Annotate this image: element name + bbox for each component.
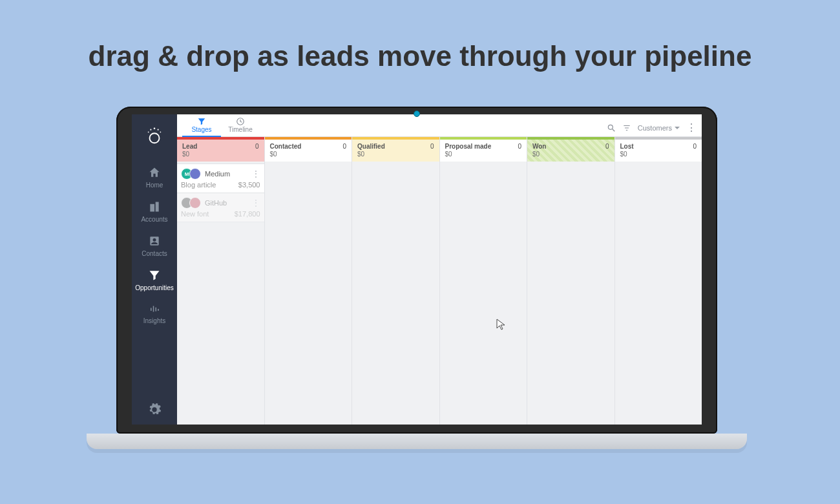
- app-logo-icon: [145, 126, 164, 145]
- column-amount: $0: [357, 151, 434, 158]
- column-count: 0: [518, 143, 521, 150]
- sidebar-item-label: Contacts: [142, 250, 167, 257]
- svg-rect-7: [153, 306, 154, 312]
- svg-point-3: [158, 129, 159, 131]
- avatar: [189, 168, 201, 180]
- clock-icon: [236, 117, 245, 126]
- column-lost[interactable]: Lost0 $0: [615, 137, 702, 425]
- svg-rect-8: [156, 308, 157, 311]
- more-menu-button[interactable]: ⋮: [686, 124, 697, 132]
- column-amount: $0: [270, 151, 347, 158]
- funnel-icon: [147, 269, 162, 282]
- column-title: Lost: [620, 143, 634, 150]
- column-amount: $0: [182, 151, 259, 158]
- sidebar-item-label: Opportunities: [135, 284, 173, 291]
- column-header: Qualified0 $0: [352, 137, 439, 162]
- column-title: Contacted: [270, 143, 302, 150]
- top-bar: Stages Timeline Customers ⋮: [177, 114, 702, 137]
- card-value: $17,800: [235, 210, 260, 218]
- card-more-button[interactable]: ⋮: [251, 200, 260, 206]
- sidebar-item-accounts[interactable]: Accounts: [132, 194, 177, 228]
- column-count: 0: [605, 143, 609, 150]
- insights-icon: [147, 303, 162, 315]
- avatar: [189, 197, 201, 209]
- building-icon: [147, 200, 162, 213]
- card-company: GitHub: [205, 199, 227, 207]
- svg-point-1: [154, 127, 156, 129]
- svg-point-4: [148, 132, 149, 133]
- contact-icon: [147, 235, 162, 247]
- filter-dropdown-label: Customers: [638, 124, 672, 132]
- opportunity-card[interactable]: M Medium ⋮ Blog article $3,500: [177, 163, 264, 193]
- svg-point-0: [150, 133, 160, 143]
- card-value: $3,500: [238, 181, 260, 189]
- pipeline-board: Lead0 $0 M Medium: [177, 137, 702, 425]
- sidebar-item-label: Insights: [143, 317, 165, 324]
- sidebar-item-label: Home: [146, 182, 163, 189]
- svg-point-2: [150, 129, 151, 131]
- chevron-down-icon: [675, 127, 680, 129]
- column-amount: $0: [620, 151, 697, 158]
- view-tab-label: Stages: [191, 126, 211, 133]
- column-title: Lead: [182, 143, 197, 150]
- filter-dropdown[interactable]: Customers: [638, 124, 680, 132]
- search-icon[interactable]: [607, 123, 616, 132]
- main-area: Stages Timeline Customers ⋮: [177, 114, 702, 425]
- card-company: Medium: [205, 170, 230, 178]
- page-headline: drag & drop as leads move through your p…: [0, 40, 840, 72]
- column-count: 0: [342, 143, 346, 150]
- sidebar-item-home[interactable]: Home: [132, 160, 177, 194]
- sidebar-item-contacts[interactable]: Contacts: [132, 228, 177, 262]
- gear-icon: [147, 403, 162, 417]
- column-header: Contacted0 $0: [265, 137, 352, 162]
- laptop-base: [87, 434, 747, 449]
- svg-point-5: [160, 132, 162, 133]
- avatar-stack: [181, 197, 201, 209]
- sidebar: Home Accounts Contacts Opportunities Ins…: [132, 114, 177, 425]
- home-icon: [147, 166, 162, 179]
- sidebar-item-opportunities[interactable]: Opportunities: [132, 262, 177, 297]
- column-won[interactable]: Won0 $0: [527, 137, 615, 425]
- filter-lines-icon[interactable]: [622, 123, 631, 132]
- column-header: Won0 $0: [527, 137, 614, 162]
- laptop-mockup: Home Accounts Contacts Opportunities Ins…: [116, 107, 717, 449]
- column-count: 0: [255, 143, 259, 150]
- column-cards: M Medium ⋮ Blog article $3,500: [177, 162, 264, 222]
- column-lead[interactable]: Lead0 $0 M Medium: [177, 137, 265, 425]
- settings-button[interactable]: [147, 403, 162, 417]
- tab-timeline[interactable]: Timeline: [221, 117, 260, 137]
- svg-point-11: [608, 125, 613, 129]
- column-title: Won: [532, 143, 546, 150]
- column-amount: $0: [532, 151, 609, 158]
- column-amount: $0: [445, 151, 522, 158]
- column-proposal[interactable]: Proposal made0 $0: [440, 137, 528, 425]
- column-title: Proposal made: [445, 143, 492, 150]
- column-count: 0: [693, 143, 697, 150]
- card-subject: New font: [181, 210, 209, 218]
- sidebar-item-label: Accounts: [141, 216, 167, 223]
- view-tab-label: Timeline: [228, 126, 252, 133]
- column-header: Lost0 $0: [615, 137, 702, 162]
- app-screen: Home Accounts Contacts Opportunities Ins…: [132, 114, 702, 425]
- sidebar-item-insights[interactable]: Insights: [132, 297, 177, 330]
- tab-stages[interactable]: Stages: [182, 117, 221, 137]
- opportunity-card[interactable]: GitHub ⋮ New font $17,800: [177, 193, 264, 222]
- avatar-stack: M: [181, 168, 201, 180]
- column-qualified[interactable]: Qualified0 $0: [352, 137, 440, 425]
- card-more-button[interactable]: ⋮: [251, 171, 260, 177]
- column-header: Proposal made0 $0: [440, 137, 527, 162]
- svg-rect-6: [151, 308, 152, 311]
- svg-rect-9: [158, 309, 159, 311]
- funnel-small-icon: [197, 117, 206, 126]
- column-contacted[interactable]: Contacted0 $0: [265, 137, 353, 425]
- column-header: Lead0 $0: [177, 137, 264, 162]
- svg-line-12: [613, 129, 615, 132]
- column-title: Qualified: [357, 143, 385, 150]
- camera-dot: [414, 110, 420, 117]
- column-count: 0: [430, 143, 434, 150]
- card-subject: Blog article: [181, 181, 216, 189]
